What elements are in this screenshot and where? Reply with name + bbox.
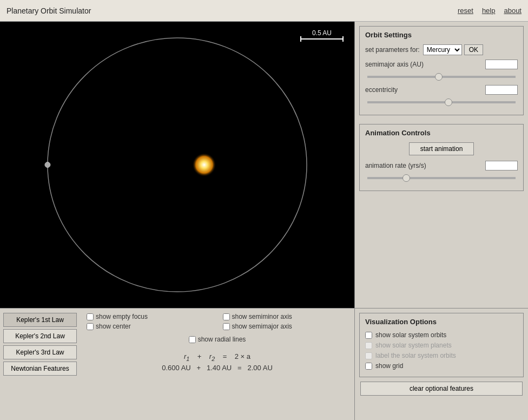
show-radial-checkbox[interactable]	[189, 336, 196, 343]
visualization-section: Visualization Options show solar system …	[359, 313, 524, 377]
show-empty-focus-row: show empty focus	[87, 313, 212, 320]
start-animation-button[interactable]: start animation	[409, 142, 474, 155]
show-semiminor-checkbox[interactable]	[223, 313, 230, 320]
checkboxes-grid: show empty focus show semiminor axis sho…	[87, 313, 348, 330]
solar-orbits-label: show solar system orbits	[375, 331, 446, 339]
right-panel: Orbit Settings set parameters for: Mercu…	[355, 22, 528, 309]
eccentricity-label: eccentricity	[365, 86, 398, 94]
label-solar-orbits-label: label the solar system orbits	[375, 352, 456, 359]
plus-sym: +	[197, 352, 202, 360]
visualization-title: Visualization Options	[365, 318, 518, 326]
set-params-label: set parameters for:	[365, 46, 420, 54]
show-solar-orbits-checkbox[interactable]	[365, 332, 372, 339]
show-grid-label: show grid	[375, 362, 403, 370]
formula-symbols: r1 + r2 = 2 × a	[87, 352, 348, 362]
show-center-checkbox[interactable]	[87, 323, 94, 330]
bottom-right: Visualization Options show solar system …	[355, 309, 528, 420]
show-semimajor-checkbox[interactable]	[223, 323, 230, 330]
eccentricity-row: eccentricity 0.400	[365, 85, 518, 95]
anim-rate-input[interactable]: 0.20	[485, 161, 518, 170]
orbit-settings-section: Orbit Settings set parameters for: Mercu…	[359, 26, 524, 115]
equals-sym: =	[223, 352, 227, 360]
show-empty-focus-checkbox[interactable]	[87, 313, 94, 320]
app-title: Planetary Orbit Simulator	[6, 6, 91, 15]
formula-area: r1 + r2 = 2 × a 0.600 AU + 1.40 AU	[87, 351, 348, 372]
val-eq: =	[237, 364, 242, 372]
two-x-a: 2 × a	[235, 352, 250, 360]
svg-point-0	[48, 38, 307, 292]
title-actions: reset help about	[458, 6, 522, 15]
law-buttons-panel: Kepler's 1st Law Kepler's 2nd Law Kepler…	[0, 309, 80, 420]
kepler2-button[interactable]: Kepler's 2nd Law	[3, 329, 77, 343]
show-semimajor-row: show semimajor axis	[223, 323, 348, 330]
r1-sym: r1	[184, 352, 189, 360]
about-button[interactable]: about	[504, 6, 522, 15]
clear-optional-button[interactable]: clear optional features	[360, 382, 523, 396]
show-grid-checkbox[interactable]	[365, 363, 372, 370]
semimajor-slider[interactable]	[367, 76, 516, 78]
show-empty-focus-label: show empty focus	[96, 313, 148, 320]
anim-rate-slider-container	[365, 173, 518, 181]
help-button[interactable]: help	[482, 6, 496, 15]
orbit-settings-title: Orbit Settings	[365, 31, 518, 39]
eccentricity-input[interactable]: 0.400	[485, 85, 518, 95]
orbit-canvas: 0.5 AU	[0, 22, 355, 309]
label-solar-orbits-checkbox	[365, 352, 372, 359]
ok-button[interactable]: OK	[464, 44, 483, 55]
show-semiminor-label: show semiminor axis	[232, 313, 292, 320]
kepler1-content: show empty focus show semiminor axis sho…	[80, 309, 354, 420]
show-radial-row: show radial lines	[87, 336, 348, 343]
show-center-row: show center	[87, 323, 212, 330]
kepler1-button[interactable]: Kepler's 1st Law	[3, 313, 77, 327]
show-radial-label: show radial lines	[198, 336, 246, 343]
planet-selector-row: set parameters for: Mercury Venus Earth …	[365, 44, 518, 55]
val-r1: 0.600 AU	[162, 364, 191, 372]
r2-sym: r2	[209, 352, 215, 360]
label-solar-orbits-row: label the solar system orbits	[365, 352, 518, 359]
semimajor-input[interactable]: 1.00	[485, 60, 518, 69]
solar-planets-row: show solar system planets	[365, 342, 518, 349]
svg-point-2	[45, 162, 50, 168]
show-grid-row: show grid	[365, 362, 518, 370]
animation-title: Animation Controls	[365, 129, 518, 137]
anim-rate-row: animation rate (yrs/s) 0.20	[365, 161, 518, 170]
planet-select[interactable]: Mercury Venus Earth Mars Jupiter Saturn …	[423, 44, 462, 55]
newtonian-button[interactable]: Newtonian Features	[3, 362, 77, 376]
val-r2: 1.40 AU	[207, 364, 232, 372]
val-plus: +	[197, 364, 201, 372]
eccentricity-slider-container	[365, 97, 518, 105]
val-result: 2.00 AU	[248, 364, 273, 372]
formula-values: 0.600 AU + 1.40 AU = 2.00 AU	[87, 364, 348, 372]
reset-button[interactable]: reset	[458, 6, 473, 15]
anim-rate-slider[interactable]	[367, 177, 516, 179]
svg-point-1	[192, 153, 216, 177]
show-semimajor-label: show semimajor axis	[232, 323, 292, 330]
solar-planets-label: show solar system planets	[375, 342, 452, 349]
show-center-label: show center	[96, 323, 131, 330]
anim-rate-label: animation rate (yrs/s)	[365, 162, 426, 169]
eccentricity-slider[interactable]	[367, 101, 516, 103]
show-semiminor-row: show semiminor axis	[223, 313, 348, 320]
semimajor-label: semimajor axis (AU)	[365, 61, 424, 68]
bottom-left: Kepler's 1st Law Kepler's 2nd Law Kepler…	[0, 309, 355, 420]
solar-orbits-row: show solar system orbits	[365, 331, 518, 339]
semimajor-slider-container	[365, 71, 518, 80]
main-layout: 0.5 AU Orbit Settings set parameters	[0, 22, 528, 420]
orbit-svg	[0, 22, 354, 308]
kepler3-button[interactable]: Kepler's 3rd Law	[3, 345, 77, 359]
title-bar: Planetary Orbit Simulator reset help abo…	[0, 0, 528, 22]
animation-section: Animation Controls start animation anima…	[359, 124, 524, 191]
show-solar-planets-checkbox	[365, 342, 372, 349]
semimajor-row: semimajor axis (AU) 1.00	[365, 60, 518, 69]
